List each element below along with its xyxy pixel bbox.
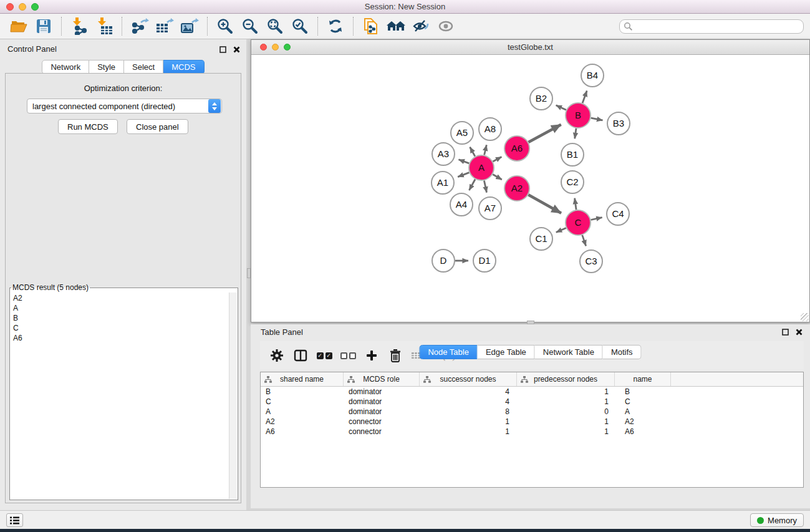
close-network-button[interactable] (260, 44, 267, 51)
graph-edge-A-A1[interactable] (458, 173, 469, 177)
search-input[interactable] (633, 21, 803, 32)
result-item[interactable]: A6 (11, 333, 228, 343)
graph-edge-C-C2[interactable] (575, 198, 577, 210)
tab-select[interactable]: Select (124, 60, 163, 74)
graph-node-A7[interactable]: A7 (479, 197, 501, 220)
run-mcds-button[interactable]: Run MCDS (58, 119, 118, 134)
graph-node-A4[interactable]: A4 (450, 193, 473, 216)
close-panel-button-2[interactable]: Close panel (127, 119, 188, 134)
graph-node-A5[interactable]: A5 (451, 122, 473, 144)
graph-node-A2[interactable]: A2 (504, 176, 529, 201)
optimization-criterion-label: Optimization criterion: (6, 84, 241, 93)
close-icon (233, 46, 240, 53)
graph-edge-B-B1[interactable] (575, 128, 576, 139)
export-table-button[interactable] (154, 16, 175, 36)
minimize-window-button[interactable] (19, 3, 26, 11)
tab-network-table[interactable]: Network Table (535, 345, 603, 359)
save-session-button[interactable] (33, 16, 54, 36)
close-panel-button[interactable] (231, 44, 241, 54)
minimize-network-button[interactable] (272, 44, 279, 51)
graph-node-B1[interactable]: B1 (561, 143, 584, 166)
close-table-panel-button[interactable] (794, 327, 804, 337)
graph-node-A8[interactable]: A8 (479, 118, 501, 140)
refresh-button[interactable] (325, 16, 346, 36)
save-icon (36, 19, 51, 34)
graph-node-A6[interactable]: A6 (504, 136, 529, 161)
hide-selected-button[interactable] (410, 16, 432, 36)
memory-button[interactable]: Memory (750, 513, 804, 527)
export-table-icon (155, 17, 174, 35)
graph-node-D[interactable]: D (432, 249, 455, 272)
graph-edge-C-C1[interactable] (556, 228, 566, 233)
graph-node-D1[interactable]: D1 (473, 249, 496, 272)
graph-node-A[interactable]: A (469, 155, 494, 180)
tab-motifs[interactable]: Motifs (603, 345, 642, 359)
network-window-titlebar[interactable]: testGlobe.txt (251, 40, 809, 55)
zoom-out-button[interactable] (239, 16, 261, 36)
graph-edge-C-C3[interactable] (582, 235, 586, 246)
zoom-fit-button[interactable] (264, 16, 286, 36)
network-canvas[interactable]: B4B2BB3A8A5A6A3B1AC2A1A2A4A7C4CC1DD1C3 (251, 55, 809, 322)
graph-edge-B-B2[interactable] (556, 105, 566, 110)
graph-node-C[interactable]: C (566, 210, 591, 235)
graph-node-B3[interactable]: B3 (607, 112, 630, 135)
result-item[interactable]: B (11, 313, 228, 323)
result-item[interactable]: C (11, 323, 228, 333)
graph-edge-B-B4[interactable] (582, 91, 587, 104)
tab-node-table[interactable]: Node Table (419, 345, 478, 359)
result-scrollbar[interactable] (229, 293, 237, 499)
graph-node-C3[interactable]: C3 (580, 250, 602, 273)
graph-node-C4[interactable]: C4 (607, 203, 629, 225)
graph-edge-A-A7[interactable] (484, 181, 486, 193)
zoom-selected-button[interactable] (289, 16, 311, 36)
import-table-button[interactable] (94, 16, 115, 36)
export-network-icon (130, 17, 149, 35)
zoom-in-button[interactable] (215, 16, 236, 36)
graph-node-A1[interactable]: A1 (432, 172, 454, 194)
graph-edge-B-B3[interactable] (591, 118, 603, 120)
import-network-button[interactable] (69, 16, 90, 36)
svg-text:A3: A3 (438, 148, 449, 159)
graph-edge-A-A4[interactable] (469, 180, 475, 191)
open-file-button[interactable] (8, 16, 29, 36)
task-history-button[interactable] (6, 513, 23, 527)
export-network-button[interactable] (129, 16, 150, 36)
graph-node-A3[interactable]: A3 (432, 143, 455, 165)
float-panel-button[interactable] (218, 44, 228, 54)
criterion-select[interactable]: largest connected component (directed) (27, 99, 222, 114)
graph-edge-A2-C[interactable] (528, 195, 561, 213)
vertical-splitter-grip[interactable] (247, 268, 251, 278)
graph-edge-A6-B[interactable] (529, 125, 561, 142)
result-item[interactable]: A (11, 303, 228, 313)
svg-text:B4: B4 (587, 70, 598, 80)
zoom-window-button[interactable] (31, 3, 39, 11)
window-controls (6, 3, 39, 11)
graph-edge-A-A3[interactable] (459, 160, 470, 163)
network-view-window: testGlobe.txt B4B2BB3A8A5A6A3B1AC2A1A2A4… (251, 39, 810, 322)
zoom-network-button[interactable] (284, 44, 291, 51)
graph-edge-A-A6[interactable] (493, 157, 501, 162)
result-item[interactable]: A2 (11, 293, 228, 303)
graph-node-C1[interactable]: C1 (530, 228, 552, 250)
close-window-button[interactable] (6, 3, 14, 11)
graph-edge-A-A5[interactable] (470, 147, 475, 157)
window-resize-grip[interactable] (801, 313, 809, 321)
graph-node-B2[interactable]: B2 (530, 87, 552, 110)
tab-mcds[interactable]: MCDS (163, 60, 204, 74)
tab-style[interactable]: Style (89, 60, 124, 74)
graph-edge-A-A8[interactable] (485, 145, 487, 155)
graph-node-C2[interactable]: C2 (561, 171, 584, 193)
graph-node-B[interactable]: B (566, 103, 591, 128)
graph-edge-C-C4[interactable] (591, 218, 602, 220)
graph-edge-A-A2[interactable] (493, 175, 502, 180)
duplicate-network-button[interactable] (360, 16, 382, 36)
first-neighbors-button[interactable] (385, 16, 407, 36)
show-all-button[interactable] (435, 16, 456, 36)
tab-edge-table[interactable]: Edge Table (478, 345, 535, 359)
export-image-button[interactable] (179, 16, 200, 36)
svg-text:C: C (575, 217, 582, 228)
graph-node-B4[interactable]: B4 (581, 64, 604, 87)
svg-text:A1: A1 (437, 177, 448, 188)
tab-network[interactable]: Network (42, 60, 89, 74)
float-table-panel-button[interactable] (780, 327, 790, 337)
